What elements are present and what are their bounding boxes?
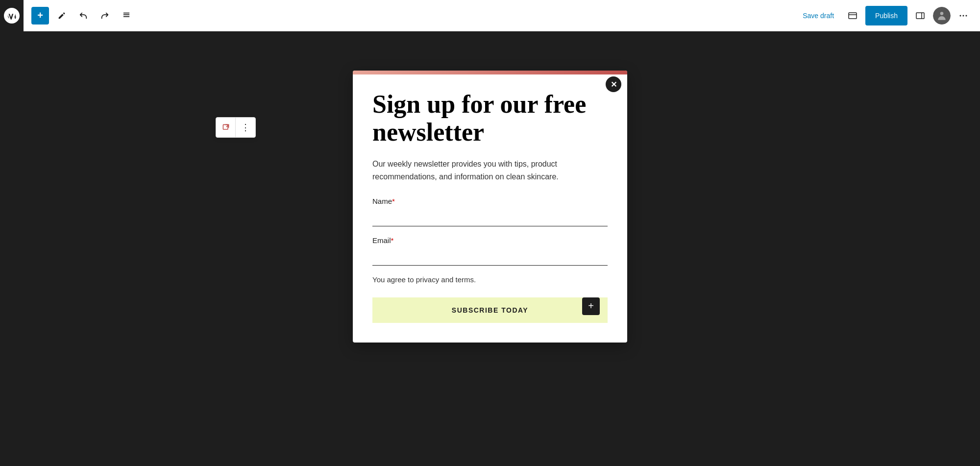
modal-accent-bar — [353, 71, 627, 74]
undo-icon — [79, 11, 88, 20]
svg-rect-7 — [223, 124, 228, 129]
ellipsis-icon — [958, 11, 968, 21]
svg-point-4 — [960, 15, 961, 16]
modal-description: Our weekly newsletter provides you with … — [372, 158, 608, 183]
email-field-group: Email* — [372, 236, 608, 266]
plus-inner-icon: + — [588, 300, 594, 312]
close-icon: ✕ — [611, 80, 617, 89]
more-vertical-icon: ⋮ — [241, 123, 250, 132]
publish-button[interactable]: Publish — [865, 6, 907, 25]
avatar-icon — [936, 10, 947, 21]
redo-button[interactable] — [96, 7, 114, 25]
save-draft-button[interactable]: Save draft — [797, 8, 840, 24]
wordpress-icon — [4, 8, 20, 24]
undo-button[interactable] — [74, 7, 92, 25]
modal-body: Sign up for our free newsletter Our week… — [353, 74, 627, 343]
subscribe-button[interactable]: SUBSCRIBE TODAY — [372, 297, 608, 323]
sidebar-toggle-button[interactable] — [911, 7, 929, 25]
name-field-group: Name* — [372, 197, 608, 226]
block-options-button[interactable]: ⋮ — [236, 118, 255, 137]
redo-icon — [100, 11, 109, 20]
pencil-icon — [57, 11, 66, 20]
svg-rect-0 — [849, 13, 857, 19]
editor-toolbar: + Save draft Publish — [0, 0, 980, 31]
avatar — [933, 7, 951, 25]
email-label: Email* — [372, 236, 608, 245]
email-required-star: * — [391, 236, 394, 245]
newsletter-modal: ✕ Sign up for our free newsletter Our we… — [353, 71, 627, 343]
open-in-new-icon — [222, 123, 230, 131]
preview-icon — [848, 11, 858, 21]
more-options-button[interactable] — [955, 7, 972, 25]
sidebar-icon — [915, 11, 925, 21]
modal-title: Sign up for our free newsletter — [372, 90, 608, 146]
user-avatar-button[interactable] — [933, 7, 951, 25]
add-block-inner-button[interactable]: + — [582, 297, 600, 315]
svg-point-5 — [963, 15, 964, 16]
email-input[interactable] — [372, 248, 608, 266]
edit-tool-button[interactable] — [53, 7, 71, 25]
open-block-button[interactable] — [216, 118, 236, 137]
name-label: Name* — [372, 197, 608, 205]
block-toolbar: ⋮ — [216, 117, 256, 138]
plus-icon: + — [37, 10, 43, 21]
name-required-star: * — [392, 197, 395, 205]
modal-close-button[interactable]: ✕ — [606, 76, 621, 92]
wp-logo[interactable] — [0, 0, 24, 31]
list-view-icon — [122, 11, 131, 20]
name-input[interactable] — [372, 209, 608, 226]
svg-rect-2 — [916, 13, 924, 19]
editor-area: ⋮ ✕ Sign up for our free newsletter Our … — [0, 31, 980, 466]
list-view-button[interactable] — [118, 7, 135, 25]
preview-button[interactable] — [844, 7, 861, 25]
add-block-button[interactable]: + — [31, 7, 49, 25]
privacy-text: You agree to privacy and terms. — [372, 275, 608, 284]
svg-point-6 — [966, 15, 967, 16]
